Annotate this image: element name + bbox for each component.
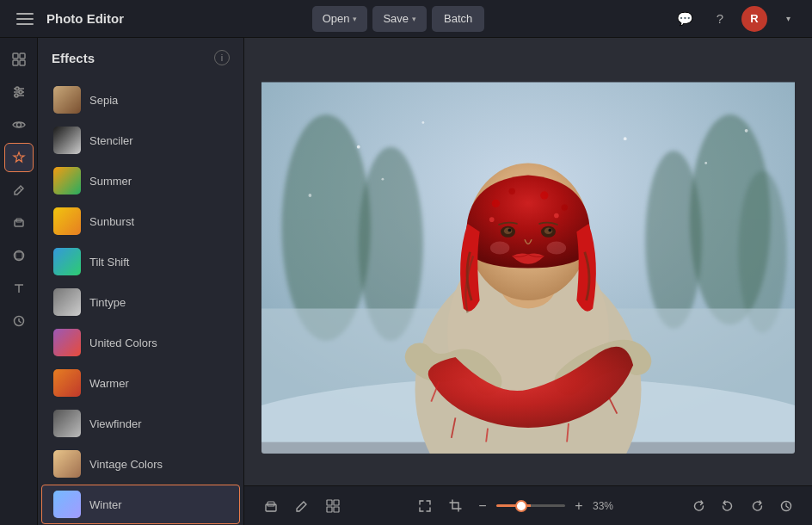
effect-name-label: Vintage Colors	[89, 458, 163, 471]
sidebar-effects-icon[interactable]	[4, 143, 34, 172]
effect-item-warmer[interactable]: Warmer	[41, 363, 240, 403]
svg-point-36	[492, 199, 500, 207]
effect-name-label: Warmer	[89, 377, 129, 390]
zoom-slider[interactable]	[496, 504, 565, 507]
account-caret-button[interactable]: ▾	[776, 6, 802, 32]
effect-name-label: Summer	[89, 175, 132, 188]
open-button[interactable]: Open ▾	[312, 6, 368, 32]
effect-item-tilt-shift[interactable]: Tilt Shift	[41, 242, 240, 281]
layers-tool-button[interactable]	[258, 493, 284, 519]
zoom-plus-button[interactable]: +	[570, 498, 587, 514]
effects-info-button[interactable]: i	[214, 50, 230, 65]
layers-tool-icon	[264, 499, 278, 513]
effects-list: Lomo ArtMotion ColorMultimediaOld PhotoO…	[38, 74, 243, 525]
sidebar-text-icon[interactable]	[4, 274, 34, 303]
effect-name-label: Sepia	[89, 94, 118, 107]
svg-point-52	[624, 137, 627, 140]
svg-point-48	[490, 241, 510, 254]
edit-tool-button[interactable]	[289, 493, 315, 519]
save-label: Save	[383, 12, 409, 25]
effect-thumb-tilt-shift	[53, 248, 81, 275]
svg-point-39	[562, 204, 569, 211]
effect-thumb-sepia	[53, 86, 81, 114]
bottom-toolbar: − + 33%	[244, 485, 812, 525]
sidebar-brush-icon[interactable]	[4, 176, 34, 205]
fit-screen-button[interactable]	[412, 493, 438, 519]
svg-point-56	[382, 177, 384, 180]
sidebar-shapes-icon[interactable]	[4, 241, 34, 270]
icon-sidebar	[0, 38, 38, 525]
svg-point-37	[508, 188, 515, 195]
edit-tool-icon	[295, 499, 309, 513]
effect-name-label: Viewfinder	[89, 417, 141, 430]
account-caret-icon: ▾	[786, 14, 790, 23]
menu-button[interactable]	[10, 4, 40, 34]
svg-rect-59	[327, 500, 332, 505]
history-button[interactable]	[774, 494, 798, 518]
effect-item-united-colors[interactable]: United Colors	[41, 323, 240, 362]
svg-rect-1	[20, 53, 25, 59]
svg-point-24	[738, 170, 786, 332]
toolbar-left	[258, 493, 346, 519]
zoom-percent: 33%	[593, 500, 620, 512]
effect-thumb-winter	[53, 491, 81, 518]
svg-point-10	[16, 123, 21, 127]
crop-button[interactable]	[443, 493, 469, 519]
undo-button[interactable]	[716, 494, 740, 518]
svg-rect-0	[13, 53, 18, 59]
batch-button[interactable]: Batch	[432, 6, 484, 32]
effect-item-viewfinder[interactable]: Viewfinder	[41, 404, 240, 443]
chat-button[interactable]: 💬	[673, 6, 698, 32]
effect-name-label: Tilt Shift	[89, 256, 129, 269]
svg-rect-61	[327, 507, 332, 512]
canvas-main[interactable]	[244, 38, 812, 485]
effect-item-winter[interactable]: Winter	[41, 485, 240, 524]
svg-point-20	[281, 114, 370, 341]
effect-name-label: United Colors	[89, 337, 157, 349]
effects-header: Effects i	[38, 38, 243, 74]
canvas-area: − + 33%	[244, 38, 812, 525]
effect-thumb-viewfinder	[53, 410, 81, 437]
sidebar-adjust-icon[interactable]	[4, 77, 34, 107]
effect-name-label: Winter	[89, 498, 122, 511]
effect-item-pop-art[interactable]: Pop Art	[41, 74, 240, 79]
svg-point-47	[548, 228, 551, 232]
effect-item-sepia[interactable]: Sepia	[41, 80, 240, 120]
effect-item-summer[interactable]: Summer	[41, 161, 240, 201]
avatar-button[interactable]: R	[741, 6, 767, 32]
zoom-controls: − + 33%	[474, 498, 620, 514]
svg-point-7	[19, 90, 22, 94]
hamburger-icon	[16, 13, 34, 25]
open-label: Open	[323, 12, 350, 25]
svg-rect-3	[20, 60, 25, 65]
toolbar-center: − + 33%	[412, 493, 620, 519]
zoom-minus-button[interactable]: −	[474, 498, 491, 514]
sidebar-eye-icon[interactable]	[4, 110, 34, 139]
svg-point-46	[508, 228, 512, 232]
sidebar-history-icon[interactable]	[4, 306, 34, 336]
photo-display	[261, 71, 795, 454]
sidebar-grid-icon[interactable]	[4, 45, 34, 74]
effect-thumb-tintype	[53, 288, 81, 316]
svg-point-9	[15, 94, 18, 97]
topbar-left: Photo Editor	[10, 4, 124, 34]
grid-tool-button[interactable]	[320, 493, 346, 519]
svg-line-11	[19, 188, 22, 190]
sidebar-layers-icon[interactable]	[4, 208, 34, 238]
redo-button[interactable]	[745, 494, 769, 518]
topbar-center: Open ▾ Save ▾ Batch	[312, 6, 485, 32]
svg-rect-15	[15, 252, 22, 259]
save-caret-icon: ▾	[412, 15, 416, 23]
open-caret-icon: ▾	[353, 15, 357, 23]
svg-point-53	[704, 162, 707, 164]
rotate-cw-button[interactable]	[686, 494, 710, 518]
effect-item-sunburst[interactable]: Sunburst	[41, 201, 240, 241]
effect-item-vintage-colors[interactable]: Vintage Colors	[41, 444, 240, 484]
effect-item-tintype[interactable]: Tintype	[41, 282, 240, 322]
save-button[interactable]: Save ▾	[372, 6, 427, 32]
undo-icon	[722, 500, 734, 512]
help-button[interactable]: ?	[707, 6, 733, 32]
avatar-letter: R	[750, 12, 758, 25]
effect-item-stenciler[interactable]: Stenciler	[41, 120, 240, 160]
svg-point-51	[421, 121, 424, 124]
